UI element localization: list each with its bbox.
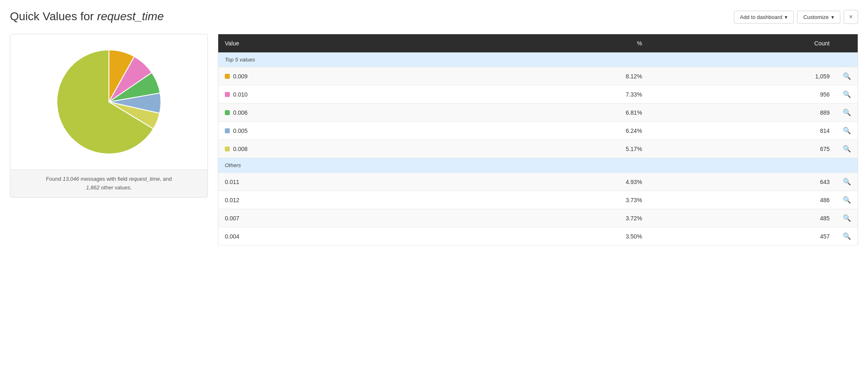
other-count: 1,862 <box>86 184 100 191</box>
cell-count: 956 <box>649 85 836 104</box>
color-swatch <box>225 146 230 151</box>
cell-value: 0.006 <box>218 104 455 122</box>
zoom-icon[interactable]: 🔍 <box>843 145 851 152</box>
table-row: 0.004 3.50% 457 🔍 <box>218 227 858 246</box>
cell-count: 457 <box>649 227 836 246</box>
cell-count: 814 <box>649 122 836 140</box>
col-header-value: Value <box>218 34 455 53</box>
cell-value: 0.007 <box>218 209 455 227</box>
cell-percent: 5.17% <box>455 140 649 158</box>
table-row: 0.006 6.81% 889 🔍 <box>218 104 858 122</box>
chart-area <box>10 34 208 170</box>
cell-value: 0.012 <box>218 191 455 209</box>
zoom-icon[interactable]: 🔍 <box>843 73 851 80</box>
cell-percent: 4.93% <box>455 173 649 191</box>
table-header-row: Value % Count <box>218 34 858 53</box>
cell-count: 889 <box>649 104 836 122</box>
cell-action: 🔍 <box>836 227 858 246</box>
cell-count: 486 <box>649 191 836 209</box>
zoom-icon[interactable]: 🔍 <box>843 91 851 98</box>
pie-chart <box>51 44 167 160</box>
color-swatch <box>225 74 230 79</box>
table-body: Top 5 values 0.009 8.12% 1,059 🔍 0.010 7… <box>218 52 858 246</box>
right-panel: Value % Count Top 5 values 0.009 8.12% 1… <box>218 34 858 246</box>
chart-footer: Found 13,046 messages with field request… <box>10 170 208 197</box>
message-count: 13,046 <box>63 176 79 182</box>
zoom-icon[interactable]: 🔍 <box>843 178 851 185</box>
cell-action: 🔍 <box>836 191 858 209</box>
table-row: 0.012 3.73% 486 🔍 <box>218 191 858 209</box>
table-row: 0.011 4.93% 643 🔍 <box>218 173 858 191</box>
zoom-icon[interactable]: 🔍 <box>843 196 851 203</box>
cell-percent: 3.72% <box>455 209 649 227</box>
table-section-header: Others <box>218 158 858 173</box>
table-row: 0.009 8.12% 1,059 🔍 <box>218 67 858 85</box>
values-table: Value % Count Top 5 values 0.009 8.12% 1… <box>218 34 858 246</box>
cell-value: 0.004 <box>218 227 455 246</box>
color-swatch <box>225 92 230 97</box>
cell-action: 🔍 <box>836 122 858 140</box>
cell-percent: 3.73% <box>455 191 649 209</box>
cell-action: 🔍 <box>836 140 858 158</box>
cell-action: 🔍 <box>836 67 858 85</box>
table-row: 0.005 6.24% 814 🔍 <box>218 122 858 140</box>
zoom-icon[interactable]: 🔍 <box>843 127 851 134</box>
section-label: Others <box>218 158 858 173</box>
table-section-header: Top 5 values <box>218 52 858 67</box>
cell-percent: 3.50% <box>455 227 649 246</box>
section-label: Top 5 values <box>218 52 858 67</box>
close-button[interactable]: × <box>844 10 858 24</box>
header-buttons: Add to dashboard ▾ Customize ▾ × <box>734 10 858 24</box>
zoom-icon[interactable]: 🔍 <box>843 109 851 116</box>
field-name: request_time <box>129 176 160 182</box>
cell-percent: 8.12% <box>455 67 649 85</box>
chevron-down-icon: ▾ <box>785 14 788 20</box>
col-header-percent: % <box>455 34 649 53</box>
left-panel: Found 13,046 messages with field request… <box>10 34 208 198</box>
table-row: 0.007 3.72% 485 🔍 <box>218 209 858 227</box>
cell-count: 485 <box>649 209 836 227</box>
col-header-count: Count <box>649 34 836 53</box>
cell-action: 🔍 <box>836 104 858 122</box>
close-icon: × <box>849 13 853 21</box>
customize-label: Customize <box>803 14 828 20</box>
cell-percent: 7.33% <box>455 85 649 104</box>
add-to-dashboard-button[interactable]: Add to dashboard ▾ <box>734 11 794 24</box>
chevron-down-icon: ▾ <box>831 14 834 20</box>
cell-value: 0.011 <box>218 173 455 191</box>
zoom-icon[interactable]: 🔍 <box>843 233 851 240</box>
cell-count: 1,059 <box>649 67 836 85</box>
cell-value: 0.009 <box>218 67 455 85</box>
cell-action: 🔍 <box>836 173 858 191</box>
cell-value: 0.010 <box>218 85 455 104</box>
cell-value: 0.005 <box>218 122 455 140</box>
page-header: Quick Values for request_time Add to das… <box>10 10 858 24</box>
footer-text: Found 13,046 messages with field request… <box>46 176 172 191</box>
table-row: 0.010 7.33% 956 🔍 <box>218 85 858 104</box>
cell-percent: 6.81% <box>455 104 649 122</box>
color-swatch <box>225 110 230 115</box>
title-field: request_time <box>97 10 164 23</box>
cell-count: 675 <box>649 140 836 158</box>
cell-value: 0.008 <box>218 140 455 158</box>
col-header-action <box>836 34 858 53</box>
add-dashboard-label: Add to dashboard <box>740 14 783 20</box>
customize-button[interactable]: Customize ▾ <box>797 11 840 24</box>
cell-count: 643 <box>649 173 836 191</box>
main-content: Found 13,046 messages with field request… <box>10 34 858 246</box>
zoom-icon[interactable]: 🔍 <box>843 215 851 222</box>
color-swatch <box>225 128 230 133</box>
table-row: 0.008 5.17% 675 🔍 <box>218 140 858 158</box>
title-prefix: Quick Values for <box>10 10 97 23</box>
page-title: Quick Values for request_time <box>10 10 164 23</box>
cell-action: 🔍 <box>836 209 858 227</box>
cell-percent: 6.24% <box>455 122 649 140</box>
cell-action: 🔍 <box>836 85 858 104</box>
